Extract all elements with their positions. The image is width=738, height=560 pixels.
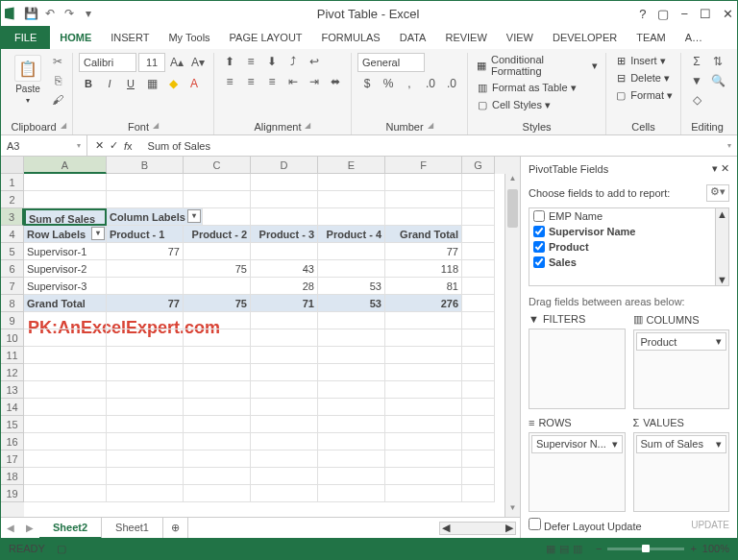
pivot-cell[interactable]: 81 xyxy=(385,278,462,295)
row-header[interactable]: 18 xyxy=(1,468,24,485)
close-button[interactable]: ✕ xyxy=(723,7,733,21)
format-painter-button[interactable]: 🖌 xyxy=(49,91,66,109)
view-buttons[interactable]: ▦▤▥ xyxy=(544,543,584,555)
tab-formulas[interactable]: FORMULAS xyxy=(312,26,390,49)
scroll-down-icon[interactable]: ▼ xyxy=(505,503,520,517)
field-list[interactable]: EMP NameSupervisor NameProductSales ▲▼ xyxy=(529,207,729,286)
copy-button[interactable]: ⎘ xyxy=(49,72,66,89)
redo-button[interactable]: ↷ xyxy=(61,5,78,22)
cells-area[interactable]: PK:AnExcelExpert.com Sum of SalesColumn … xyxy=(24,174,504,517)
row-header[interactable]: 17 xyxy=(1,450,24,468)
cell[interactable] xyxy=(462,208,495,226)
cell[interactable] xyxy=(251,243,318,260)
row-header[interactable]: 19 xyxy=(1,485,24,502)
pivot-cell[interactable]: 53 xyxy=(318,278,385,295)
field-name[interactable]: Product xyxy=(549,241,589,253)
cell[interactable] xyxy=(251,208,318,226)
cell[interactable] xyxy=(318,485,385,502)
sheet-tab-sheet1[interactable]: Sheet1 xyxy=(102,518,163,539)
cell[interactable] xyxy=(24,468,107,485)
pivot-cell[interactable]: Supervisor-2 xyxy=(24,260,107,278)
cell[interactable] xyxy=(24,433,107,450)
enter-formula-icon[interactable]: ✓ xyxy=(110,139,118,152)
cell[interactable] xyxy=(462,329,495,347)
tab-file[interactable]: FILE xyxy=(1,26,50,49)
currency-icon[interactable]: $ xyxy=(357,75,377,92)
cell[interactable] xyxy=(184,416,251,433)
cell[interactable] xyxy=(107,312,184,329)
cell[interactable] xyxy=(184,329,251,347)
cell[interactable] xyxy=(24,347,107,364)
col-header[interactable]: D xyxy=(251,157,318,174)
tab-more[interactable]: A… xyxy=(676,26,712,49)
pivot-cell[interactable]: 75 xyxy=(184,260,251,278)
row-header[interactable]: 13 xyxy=(1,381,24,399)
col-header[interactable]: E xyxy=(318,157,385,174)
fields-layout-button[interactable]: ⚙▾ xyxy=(706,184,729,202)
scroll-thumb[interactable] xyxy=(507,189,518,228)
horizontal-scrollbar[interactable]: ◀▶ xyxy=(439,522,516,535)
cell[interactable] xyxy=(107,174,184,191)
filter-dropdown-icon[interactable]: ▾ xyxy=(91,227,105,240)
number-format-select[interactable] xyxy=(357,53,425,72)
zoom-slider[interactable] xyxy=(607,548,684,550)
tab-data[interactable]: DATA xyxy=(390,26,436,49)
pivot-cell[interactable]: 28 xyxy=(251,278,318,295)
cell[interactable] xyxy=(107,329,184,347)
cell[interactable] xyxy=(107,278,184,295)
cell[interactable] xyxy=(462,243,495,260)
cell[interactable] xyxy=(24,450,107,468)
cell[interactable] xyxy=(462,468,495,485)
ribbon-options-button[interactable]: ▢ xyxy=(657,7,669,21)
macro-record-icon[interactable]: ▢ xyxy=(57,543,66,555)
cell[interactable] xyxy=(107,260,184,278)
pivot-cell[interactable]: Product - 4 xyxy=(318,226,385,243)
cancel-formula-icon[interactable]: ✕ xyxy=(95,139,104,152)
cell[interactable] xyxy=(251,329,318,347)
select-all-corner[interactable] xyxy=(1,157,24,174)
align-center-icon[interactable]: ≡ xyxy=(241,73,260,90)
align-top-icon[interactable]: ⬆ xyxy=(220,53,239,70)
cell[interactable] xyxy=(318,208,385,226)
cell[interactable] xyxy=(385,312,462,329)
pivot-cell[interactable]: 77 xyxy=(385,243,462,260)
cell[interactable] xyxy=(24,191,107,208)
cell[interactable] xyxy=(24,485,107,502)
col-header[interactable]: C xyxy=(184,157,251,174)
find-icon[interactable]: 🔍 xyxy=(708,72,727,89)
zoom-level[interactable]: 100% xyxy=(702,543,729,554)
cell[interactable] xyxy=(462,347,495,364)
cell[interactable] xyxy=(385,208,462,226)
sheet-nav-next[interactable]: ▶ xyxy=(20,523,39,533)
percent-icon[interactable]: % xyxy=(379,75,398,92)
field-list-scrollbar[interactable]: ▲▼ xyxy=(715,208,728,285)
undo-button[interactable]: ↶ xyxy=(41,5,59,22)
pivot-cell[interactable]: Product - 3 xyxy=(251,226,318,243)
save-button[interactable]: 💾 xyxy=(22,5,39,22)
cell[interactable] xyxy=(251,485,318,502)
filter-dropdown-icon[interactable]: ▾ xyxy=(187,209,201,223)
cell[interactable] xyxy=(385,174,462,191)
tab-insert[interactable]: INSERT xyxy=(101,26,159,49)
cell[interactable] xyxy=(318,243,385,260)
row-header[interactable]: 4 xyxy=(1,226,24,243)
update-button[interactable]: UPDATE xyxy=(691,520,729,530)
pivot-cell[interactable]: 118 xyxy=(385,260,462,278)
filters-area[interactable]: ▼FILTERS xyxy=(529,313,626,409)
border-button[interactable]: ▦ xyxy=(142,75,161,92)
area-chip[interactable]: Supervisor N...▾ xyxy=(531,435,623,453)
align-right-icon[interactable]: ≡ xyxy=(262,73,282,90)
pivot-cell[interactable]: Sum of Sales xyxy=(24,208,107,226)
tab-view[interactable]: VIEW xyxy=(497,26,543,49)
cell[interactable] xyxy=(385,468,462,485)
new-sheet-button[interactable]: ⊕ xyxy=(163,518,188,539)
col-header[interactable]: B xyxy=(107,157,184,174)
font-name-input[interactable] xyxy=(79,53,136,72)
cell[interactable] xyxy=(107,433,184,450)
conditional-formatting-button[interactable]: ▦Conditional Formatting ▾ xyxy=(474,53,600,78)
cell[interactable] xyxy=(24,174,107,191)
cell[interactable] xyxy=(184,399,251,416)
field-checkbox[interactable] xyxy=(533,241,545,253)
cell-styles-button[interactable]: ▢Cell Styles ▾ xyxy=(474,97,553,112)
cell[interactable] xyxy=(462,416,495,433)
